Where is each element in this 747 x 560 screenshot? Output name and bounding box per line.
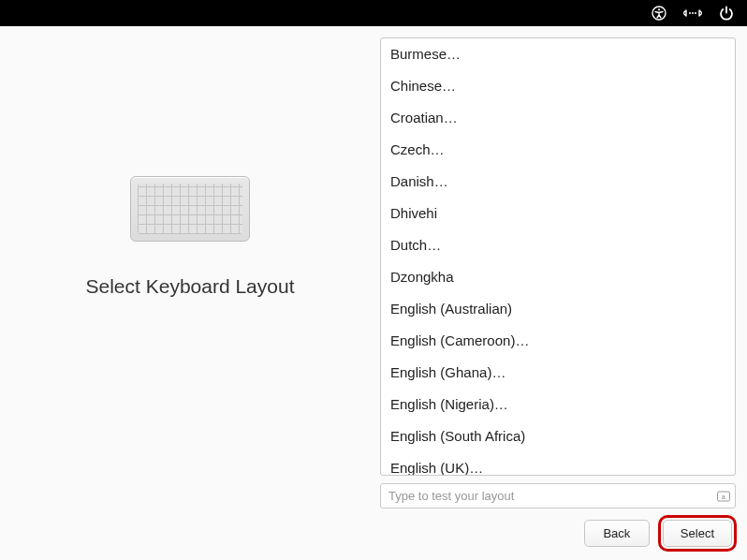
page-title: Select Keyboard Layout	[86, 275, 295, 298]
svg-point-3	[692, 12, 694, 14]
layout-item-label: English (Cameroon)…	[390, 332, 529, 348]
right-pane: Burmese…Chinese…Croatian…Czech…Danish…Dh…	[380, 26, 747, 560]
button-row: Back Select	[584, 520, 732, 547]
keyboard-icon	[130, 176, 250, 242]
layout-item-label: English (South Africa)	[390, 428, 525, 444]
layout-item[interactable]: English (South Africa)	[381, 420, 735, 452]
layout-item-label: Croatian…	[390, 110, 458, 125]
layout-item[interactable]: English (Ghana)…	[381, 357, 735, 389]
layout-item[interactable]: English (UK)…	[381, 452, 735, 475]
layout-item[interactable]: Dzongkha	[381, 261, 735, 293]
layout-item-label: Dutch…	[390, 237, 441, 253]
layout-item[interactable]: Czech…	[381, 134, 735, 166]
svg-point-2	[689, 12, 691, 14]
layout-item[interactable]: Croatian…	[381, 102, 735, 134]
test-input-row: a	[380, 483, 736, 508]
select-button[interactable]: Select	[663, 520, 732, 547]
svg-point-4	[695, 12, 696, 14]
layout-item[interactable]: Dhivehi	[381, 198, 735, 229]
back-button[interactable]: Back	[584, 520, 650, 547]
test-layout-input[interactable]	[380, 483, 736, 508]
layout-list[interactable]: Burmese…Chinese…Croatian…Czech…Danish…Dh…	[381, 38, 735, 475]
input-method-badge-icon[interactable]: a	[717, 491, 730, 501]
layout-item-label: Chinese…	[390, 78, 456, 94]
layout-item-label: English (Nigeria)…	[390, 396, 508, 412]
layout-item-label: English (UK)…	[390, 460, 483, 475]
layout-item-label: English (Ghana)…	[390, 364, 505, 380]
adjust-icon[interactable]	[683, 7, 702, 20]
layout-item-label: English (Australian)	[390, 301, 512, 317]
layout-item-label: Dzongkha	[390, 269, 454, 285]
layout-item[interactable]: English (Nigeria)…	[381, 389, 735, 420]
layout-item[interactable]: Dutch…	[381, 229, 735, 261]
layout-item[interactable]: English (Australian)	[381, 293, 735, 325]
power-icon[interactable]	[719, 6, 734, 21]
layout-item-label: Burmese…	[390, 46, 461, 62]
layout-item[interactable]: Burmese…	[381, 38, 735, 70]
layout-item[interactable]: Chinese…	[381, 70, 735, 102]
left-pane: Select Keyboard Layout	[0, 26, 380, 560]
layout-item[interactable]: English (Cameroon)…	[381, 325, 735, 357]
accessibility-icon[interactable]	[652, 6, 666, 21]
layout-list-wrap: Burmese…Chinese…Croatian…Czech…Danish…Dh…	[380, 37, 736, 476]
svg-point-1	[658, 8, 660, 10]
topbar	[0, 0, 747, 26]
layout-item[interactable]: Danish…	[381, 166, 735, 198]
layout-item-label: Czech…	[390, 141, 445, 157]
main-content: Select Keyboard Layout Burmese…Chinese…C…	[0, 26, 747, 560]
layout-item-label: Danish…	[390, 173, 448, 189]
layout-item-label: Dhivehi	[390, 205, 437, 221]
